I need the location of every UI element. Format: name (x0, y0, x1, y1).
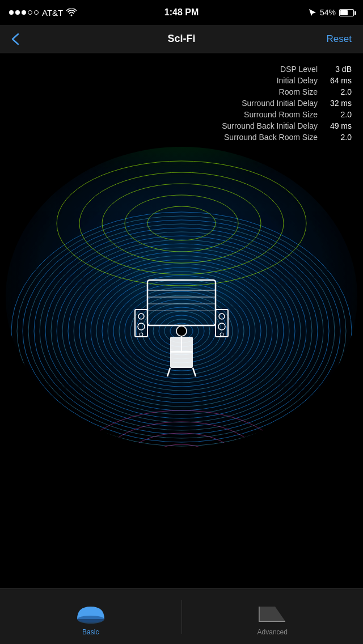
param-row-6: Surround Back Room Size2.0 (222, 133, 352, 142)
tab-advanced[interactable]: Advanced (182, 598, 364, 636)
advanced-tab-label: Advanced (258, 628, 288, 636)
basic-tab-icon (77, 603, 105, 626)
param-row-0: DSP Level3 dB (222, 65, 352, 74)
status-right: 54% (309, 8, 354, 17)
param-value-2: 2.0 (323, 87, 352, 96)
wifi-icon (66, 9, 77, 16)
param-row-4: Surround Room Size2.0 (222, 110, 352, 119)
param-label-3: Surround Initial Delay (242, 99, 318, 108)
status-left: AT&T (9, 8, 77, 18)
reset-button[interactable]: Reset (327, 33, 352, 45)
signal-dot-1 (9, 10, 14, 15)
param-row-5: Surround Back Initial Delay49 ms (222, 121, 352, 130)
param-row-1: Initial Delay64 ms (222, 76, 352, 85)
battery-percent: 54% (320, 8, 336, 17)
carrier-label: AT&T (42, 8, 63, 18)
param-value-6: 2.0 (323, 133, 352, 142)
svg-marker-65 (259, 607, 285, 621)
param-value-0: 3 dB (323, 65, 352, 74)
signal-dot-3 (22, 10, 26, 15)
param-label-2: Room Size (279, 87, 318, 96)
param-row-2: Room Size2.0 (222, 87, 352, 96)
main-area: DSP Level3 dBInitial Delay64 msRoom Size… (0, 53, 363, 564)
param-value-3: 32 ms (323, 99, 352, 108)
svg-point-64 (77, 616, 104, 622)
back-button[interactable] (11, 33, 19, 45)
signal-dot-4 (28, 10, 32, 15)
param-value-4: 2.0 (323, 110, 352, 119)
signal-dots (9, 10, 39, 15)
param-row-3: Surround Initial Delay32 ms (222, 99, 352, 108)
battery-icon (339, 9, 354, 16)
signal-dot-5 (34, 10, 39, 15)
svg-point-61 (176, 326, 187, 336)
page-title: Sci-Fi (167, 33, 195, 45)
param-value-1: 64 ms (323, 76, 352, 85)
param-label-5: Surround Back Initial Delay (222, 121, 318, 130)
tab-basic[interactable]: Basic (0, 598, 182, 636)
param-label-4: Surround Room Size (244, 110, 318, 119)
status-time: 1:48 PM (164, 7, 199, 18)
status-bar: AT&T 1:48 PM 54% (0, 0, 363, 25)
basic-tab-label: Basic (82, 628, 99, 636)
advanced-tab-icon (258, 603, 286, 626)
param-label-6: Surround Back Room Size (224, 133, 318, 142)
param-value-5: 49 ms (323, 121, 352, 130)
location-icon (309, 9, 316, 16)
params-overlay: DSP Level3 dBInitial Delay64 msRoom Size… (222, 65, 352, 144)
param-label-1: Initial Delay (277, 76, 318, 85)
battery-fill (340, 10, 348, 15)
param-label-0: DSP Level (280, 65, 318, 74)
nav-bar: Sci-Fi Reset (0, 25, 363, 53)
tab-bar: Basic Advanced (0, 588, 363, 644)
svg-rect-57 (170, 351, 193, 368)
signal-dot-2 (15, 10, 20, 15)
